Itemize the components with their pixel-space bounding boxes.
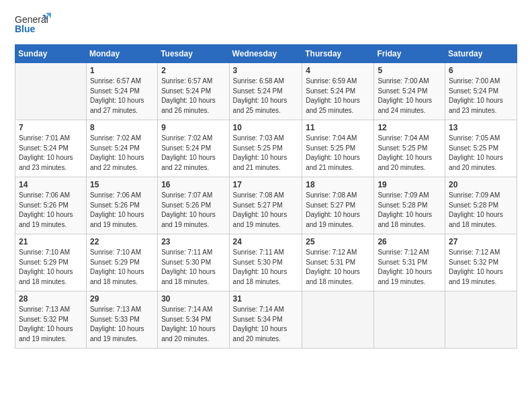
calendar-cell: 28Sunrise: 7:13 AM Sunset: 5:32 PM Dayli… <box>15 291 87 349</box>
day-number: 27 <box>449 237 513 246</box>
day-info: Sunrise: 7:09 AM Sunset: 5:28 PM Dayligh… <box>378 191 441 230</box>
calendar-cell: 9Sunrise: 7:02 AM Sunset: 5:24 PM Daylig… <box>158 120 229 177</box>
day-info: Sunrise: 7:08 AM Sunset: 5:27 PM Dayligh… <box>233 191 299 230</box>
day-number: 28 <box>19 294 83 304</box>
calendar-cell: 25Sunrise: 7:12 AM Sunset: 5:31 PM Dayli… <box>302 234 374 291</box>
day-info: Sunrise: 7:13 AM Sunset: 5:33 PM Dayligh… <box>90 305 154 344</box>
day-number: 23 <box>161 237 225 246</box>
day-info: Sunrise: 7:02 AM Sunset: 5:24 PM Dayligh… <box>161 134 225 173</box>
calendar-week-3: 21Sunrise: 7:10 AM Sunset: 5:29 PM Dayli… <box>15 234 517 291</box>
day-info: Sunrise: 7:12 AM Sunset: 5:31 PM Dayligh… <box>378 248 441 287</box>
calendar-cell: 3Sunrise: 6:58 AM Sunset: 5:24 PM Daylig… <box>229 63 302 120</box>
calendar-cell: 18Sunrise: 7:08 AM Sunset: 5:27 PM Dayli… <box>302 177 374 234</box>
day-info: Sunrise: 7:13 AM Sunset: 5:32 PM Dayligh… <box>19 305 83 344</box>
day-info: Sunrise: 7:06 AM Sunset: 5:26 PM Dayligh… <box>19 191 83 230</box>
calendar-cell: 21Sunrise: 7:10 AM Sunset: 5:29 PM Dayli… <box>15 234 87 291</box>
calendar-cell: 11Sunrise: 7:04 AM Sunset: 5:25 PM Dayli… <box>302 120 374 177</box>
day-info: Sunrise: 7:10 AM Sunset: 5:29 PM Dayligh… <box>90 248 154 287</box>
day-number: 13 <box>449 123 513 132</box>
calendar-week-0: 1Sunrise: 6:57 AM Sunset: 5:24 PM Daylig… <box>15 63 517 120</box>
day-info: Sunrise: 7:07 AM Sunset: 5:26 PM Dayligh… <box>161 191 225 230</box>
day-number: 25 <box>306 237 370 246</box>
calendar-week-2: 14Sunrise: 7:06 AM Sunset: 5:26 PM Dayli… <box>15 177 517 234</box>
calendar-cell: 24Sunrise: 7:11 AM Sunset: 5:30 PM Dayli… <box>229 234 302 291</box>
header: GeneralBlue <box>15 12 517 38</box>
day-number: 2 <box>161 66 225 75</box>
day-info: Sunrise: 7:14 AM Sunset: 5:34 PM Dayligh… <box>161 305 225 344</box>
day-number: 3 <box>233 66 299 75</box>
calendar-cell: 10Sunrise: 7:03 AM Sunset: 5:25 PM Dayli… <box>229 120 302 177</box>
day-number: 14 <box>19 180 83 189</box>
day-info: Sunrise: 6:57 AM Sunset: 5:24 PM Dayligh… <box>90 77 154 116</box>
calendar-cell: 7Sunrise: 7:01 AM Sunset: 5:24 PM Daylig… <box>15 120 87 177</box>
calendar-cell: 16Sunrise: 7:07 AM Sunset: 5:26 PM Dayli… <box>158 177 229 234</box>
day-number: 20 <box>449 180 513 189</box>
day-number: 1 <box>90 66 154 75</box>
day-info: Sunrise: 7:11 AM Sunset: 5:30 PM Dayligh… <box>233 248 299 287</box>
calendar-cell <box>374 291 445 349</box>
calendar-header-tuesday: Tuesday <box>158 45 229 63</box>
day-info: Sunrise: 7:04 AM Sunset: 5:25 PM Dayligh… <box>378 134 441 173</box>
day-info: Sunrise: 7:00 AM Sunset: 5:24 PM Dayligh… <box>378 77 441 116</box>
calendar-header-friday: Friday <box>374 45 445 63</box>
day-number: 11 <box>306 123 370 132</box>
day-number: 8 <box>90 123 154 132</box>
day-info: Sunrise: 7:10 AM Sunset: 5:29 PM Dayligh… <box>19 248 83 287</box>
calendar-cell: 26Sunrise: 7:12 AM Sunset: 5:31 PM Dayli… <box>374 234 445 291</box>
day-number: 4 <box>306 66 370 75</box>
day-info: Sunrise: 7:12 AM Sunset: 5:31 PM Dayligh… <box>306 248 370 287</box>
day-number: 17 <box>233 180 299 189</box>
calendar-week-4: 28Sunrise: 7:13 AM Sunset: 5:32 PM Dayli… <box>15 291 517 349</box>
logo: GeneralBlue <box>15 12 52 38</box>
day-info: Sunrise: 7:03 AM Sunset: 5:25 PM Dayligh… <box>233 134 299 173</box>
logo-svg: GeneralBlue <box>15 12 52 38</box>
day-number: 7 <box>19 123 83 132</box>
calendar-cell: 12Sunrise: 7:04 AM Sunset: 5:25 PM Dayli… <box>374 120 445 177</box>
day-info: Sunrise: 7:11 AM Sunset: 5:30 PM Dayligh… <box>161 248 225 287</box>
calendar-header-saturday: Saturday <box>445 45 517 63</box>
day-info: Sunrise: 7:06 AM Sunset: 5:26 PM Dayligh… <box>90 191 154 230</box>
calendar-cell: 4Sunrise: 6:59 AM Sunset: 5:24 PM Daylig… <box>302 63 374 120</box>
calendar-cell: 15Sunrise: 7:06 AM Sunset: 5:26 PM Dayli… <box>86 177 157 234</box>
day-number: 15 <box>90 180 154 189</box>
calendar-cell: 31Sunrise: 7:14 AM Sunset: 5:34 PM Dayli… <box>229 291 302 349</box>
calendar-cell: 13Sunrise: 7:05 AM Sunset: 5:25 PM Dayli… <box>445 120 517 177</box>
calendar-cell: 19Sunrise: 7:09 AM Sunset: 5:28 PM Dayli… <box>374 177 445 234</box>
day-info: Sunrise: 6:59 AM Sunset: 5:24 PM Dayligh… <box>306 77 370 116</box>
page: GeneralBlue SundayMondayTuesdayWednesday… <box>0 0 532 411</box>
day-number: 29 <box>90 294 154 304</box>
calendar-cell: 20Sunrise: 7:09 AM Sunset: 5:28 PM Dayli… <box>445 177 517 234</box>
day-info: Sunrise: 6:57 AM Sunset: 5:24 PM Dayligh… <box>161 77 225 116</box>
day-number: 19 <box>378 180 441 189</box>
calendar-cell: 6Sunrise: 7:00 AM Sunset: 5:24 PM Daylig… <box>445 63 517 120</box>
day-number: 18 <box>306 180 370 189</box>
day-number: 12 <box>378 123 441 132</box>
day-info: Sunrise: 7:09 AM Sunset: 5:28 PM Dayligh… <box>449 191 513 230</box>
day-info: Sunrise: 7:01 AM Sunset: 5:24 PM Dayligh… <box>19 134 83 173</box>
calendar-cell: 27Sunrise: 7:12 AM Sunset: 5:32 PM Dayli… <box>445 234 517 291</box>
day-number: 26 <box>378 237 441 246</box>
calendar-cell: 2Sunrise: 6:57 AM Sunset: 5:24 PM Daylig… <box>158 63 229 120</box>
calendar-header-wednesday: Wednesday <box>229 45 302 63</box>
calendar-cell: 14Sunrise: 7:06 AM Sunset: 5:26 PM Dayli… <box>15 177 87 234</box>
calendar-header-row: SundayMondayTuesdayWednesdayThursdayFrid… <box>15 45 517 63</box>
day-number: 31 <box>233 294 299 304</box>
day-number: 24 <box>233 237 299 246</box>
day-info: Sunrise: 7:14 AM Sunset: 5:34 PM Dayligh… <box>233 305 299 344</box>
calendar-cell: 29Sunrise: 7:13 AM Sunset: 5:33 PM Dayli… <box>86 291 157 349</box>
calendar-table: SundayMondayTuesdayWednesdayThursdayFrid… <box>15 44 517 349</box>
calendar-header-thursday: Thursday <box>302 45 374 63</box>
calendar-cell: 17Sunrise: 7:08 AM Sunset: 5:27 PM Dayli… <box>229 177 302 234</box>
day-number: 6 <box>449 66 513 75</box>
calendar-cell: 1Sunrise: 6:57 AM Sunset: 5:24 PM Daylig… <box>86 63 157 120</box>
calendar-cell <box>445 291 517 349</box>
day-info: Sunrise: 7:02 AM Sunset: 5:24 PM Dayligh… <box>90 134 154 173</box>
day-number: 9 <box>161 123 225 132</box>
day-info: Sunrise: 7:00 AM Sunset: 5:24 PM Dayligh… <box>449 77 513 116</box>
svg-text:Blue: Blue <box>15 24 36 34</box>
calendar-cell <box>302 291 374 349</box>
calendar-cell <box>15 63 87 120</box>
day-number: 10 <box>233 123 299 132</box>
calendar-header-sunday: Sunday <box>15 45 87 63</box>
calendar-week-1: 7Sunrise: 7:01 AM Sunset: 5:24 PM Daylig… <box>15 120 517 177</box>
